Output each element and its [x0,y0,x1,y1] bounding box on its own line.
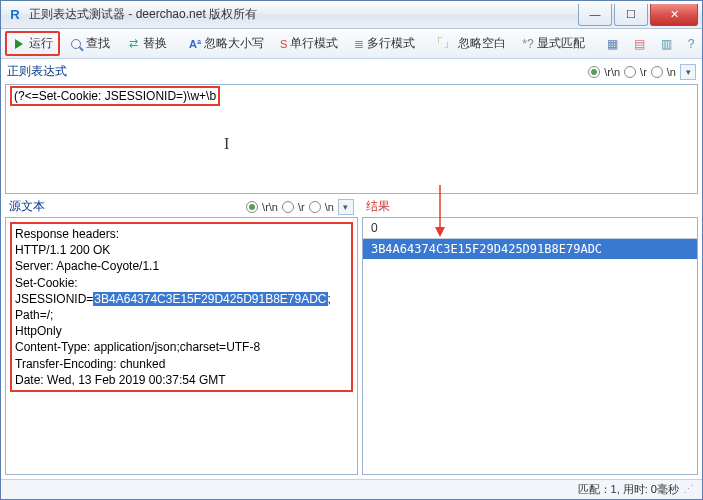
replace-label: 替换 [143,35,167,52]
explicit-label: 显式匹配 [537,35,585,52]
src-line: Set-Cookie: [15,276,78,290]
result-list[interactable]: 0 3B4A64374C3E15F29D425D91B8E79ADC [362,217,698,475]
explicit-button[interactable]: *? 显式匹配 [515,31,591,56]
multiline-icon: ≣ [354,37,364,51]
src-line: Transfer-Encoding: chunked [15,357,165,371]
regex-header: 正则表达式 \r\n \r \n ▾ [3,61,700,82]
result-column-header: 0 [363,218,697,239]
regex-linemode-r[interactable] [624,66,636,78]
close-button[interactable]: ✕ [650,4,698,26]
bracket-icon: 「」 [431,35,455,52]
multiline-label: 多行模式 [367,35,415,52]
window-title: 正则表达式测试器 - deerchao.net 版权所有 [29,6,257,23]
resize-grip-icon[interactable]: ⋰ [683,483,694,496]
find-button[interactable]: 查找 [62,31,117,56]
regex-input[interactable]: (?<=Set-Cookie: JSESSIONID=)\w+\b I [5,84,698,194]
app-icon: R [7,7,23,23]
regex-text: (?<=Set-Cookie: JSESSIONID=)\w+\b [10,86,220,106]
singleline-button[interactable]: S 单行模式 [273,31,345,56]
tool-extra-3[interactable]: ▥ [654,33,679,55]
toolbar: 运行 查找 ⇄ 替换 Aª 忽略大小写 S 单行模式 ≣ 多行模式 「」 忽略空… [1,29,702,59]
text-cursor-icon: I [224,135,229,153]
source-linemode-r[interactable] [282,201,294,213]
maximize-button[interactable]: ☐ [614,4,648,26]
src-line: HTTP/1.1 200 OK [15,243,110,257]
help-icon: ? [688,37,695,51]
opt-n2: \n [325,201,334,213]
search-icon [69,37,83,51]
source-label: 源文本 [9,198,45,215]
source-header: 源文本 \r\n \r \n ▾ [5,196,358,217]
grid-icon: ▦ [607,37,618,51]
result-row[interactable]: 3B4A64374C3E15F29D425D91B8E79ADC [363,239,697,259]
run-label: 运行 [29,35,53,52]
source-linemode-n[interactable] [309,201,321,213]
src-line: Date: Wed, 13 Feb 2019 00:37:54 GMT [15,373,226,387]
statusbar: 匹配：1, 用时: 0毫秒 ⋰ [1,479,702,499]
tool-extra-2[interactable]: ▤ [627,33,652,55]
star-icon: *? [522,37,533,51]
replace-icon: ⇄ [126,37,140,51]
opt-rn2: \r\n [262,201,278,213]
ignorespace-label: 忽略空白 [458,35,506,52]
find-label: 查找 [86,35,110,52]
src-line: Response headers: [15,227,119,241]
singleline-icon: S [280,38,287,50]
opt-r2: \r [298,201,305,213]
src-line: Server: Apache-Coyote/1.1 [15,259,159,273]
titlebar: R 正则表达式测试器 - deerchao.net 版权所有 — ☐ ✕ [1,1,702,29]
page-icon: ▤ [634,37,645,51]
source-linemode-rn[interactable] [246,201,258,213]
tool-extra-4[interactable]: ? [681,33,702,55]
src-line: JSESSIONID= [15,292,93,306]
source-textarea[interactable]: Response headers: HTTP/1.1 200 OK Server… [5,217,358,475]
ignorecase-label: 忽略大小写 [204,35,264,52]
source-dropdown[interactable]: ▾ [338,199,354,215]
regex-linemode-n[interactable] [651,66,663,78]
match-highlight: 3B4A64374C3E15F29D425D91B8E79ADC [93,292,327,306]
src-line: Content-Type: application/json;charset=U… [15,340,260,354]
regex-label: 正则表达式 [7,63,67,80]
play-icon [12,37,26,51]
opt-n: \n [667,66,676,78]
status-text: 匹配：1, 用时: 0毫秒 [578,482,679,497]
result-label: 结果 [366,198,390,215]
opt-rn: \r\n [604,66,620,78]
src-line: HttpOnly [15,324,62,338]
replace-button[interactable]: ⇄ 替换 [119,31,174,56]
ignorespace-button[interactable]: 「」 忽略空白 [424,31,513,56]
page2-icon: ▥ [661,37,672,51]
opt-r: \r [640,66,647,78]
result-header: 结果 [362,196,698,217]
singleline-label: 单行模式 [290,35,338,52]
case-icon: Aª [189,38,201,50]
ignorecase-button[interactable]: Aª 忽略大小写 [182,31,271,56]
tool-extra-1[interactable]: ▦ [600,33,625,55]
regex-dropdown[interactable]: ▾ [680,64,696,80]
minimize-button[interactable]: — [578,4,612,26]
regex-linemode-rn[interactable] [588,66,600,78]
multiline-button[interactable]: ≣ 多行模式 [347,31,422,56]
run-button[interactable]: 运行 [5,31,60,56]
source-highlight-box: Response headers: HTTP/1.1 200 OK Server… [10,222,353,392]
